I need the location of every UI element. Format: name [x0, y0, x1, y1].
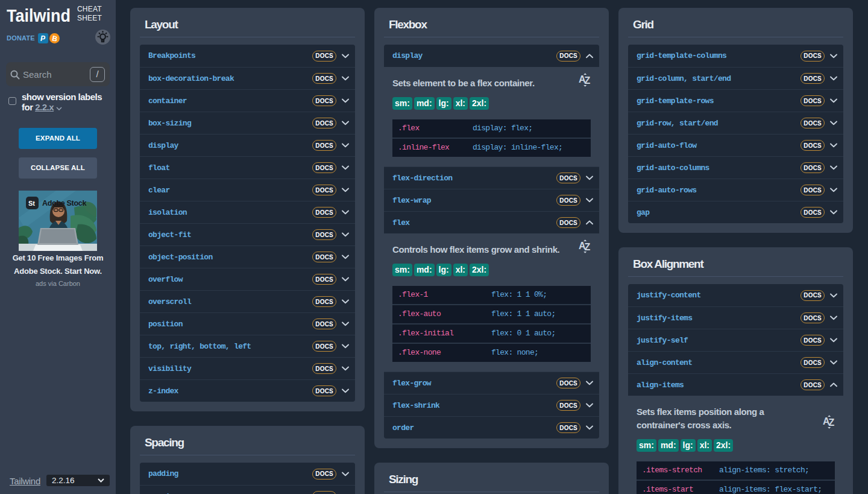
svg-text:Z: Z	[585, 242, 591, 252]
svg-text:P: P	[40, 34, 46, 43]
svg-text:Adobe Stock: Adobe Stock	[42, 199, 86, 207]
svg-text:Z: Z	[829, 417, 835, 428]
svg-text:Z: Z	[585, 75, 591, 86]
svg-text:St: St	[28, 200, 35, 207]
